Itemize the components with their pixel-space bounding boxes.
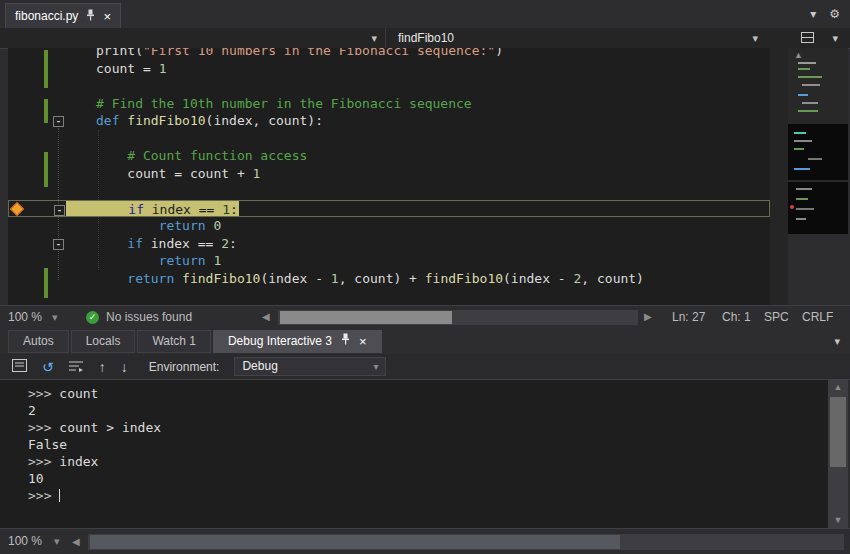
title-bar: fibonacci.py × ▾ ⚙ [0,0,850,28]
history-next-icon[interactable]: ↓ [121,359,128,375]
code-line: return findFibo10(index - 1, count) + fi… [8,270,770,288]
fold-collapse-icon[interactable]: - [53,239,64,250]
minimap-line [802,102,818,104]
environment-dropdown-value: Debug [242,358,277,375]
issues-status[interactable]: No issues found [106,306,192,328]
minimap[interactable]: ▲ [788,48,848,305]
horizontal-scrollbar-thumb[interactable] [280,311,452,324]
navigation-bar-icons: ▾ [801,28,838,48]
console-line: >>> count [28,385,828,402]
chevron-down-icon[interactable]: ▾ [752,28,758,48]
console-line: >>> index [28,453,828,470]
tool-window-tab-bar: Autos Locals Watch 1 Debug Interactive 3… [0,330,850,354]
console-line: >>> count > index [28,419,828,436]
minimap-line [798,62,816,64]
minimap-line [798,94,808,96]
line-wrap-icon[interactable] [69,359,84,375]
fold-collapse-icon[interactable]: - [53,116,64,127]
code-line: -def findFibo10(index, count): [8,112,770,130]
split-window-icon[interactable] [801,32,814,45]
column-indicator: Ch: 1 [722,306,751,328]
minimap-below [788,234,848,305]
scroll-right-icon[interactable]: ▶ [644,306,652,328]
tab-debug-interactive-3[interactable]: Debug Interactive 3 × [213,330,382,353]
gear-icon[interactable]: ⚙ [829,7,840,21]
close-icon[interactable]: × [359,335,367,348]
chevron-down-icon[interactable]: ▾ [834,330,840,354]
code-line: count = 1 [8,60,770,78]
no-issues-icon: ✓ [86,311,99,324]
console-line: False [28,436,828,453]
code-line: return 1 [8,252,770,270]
zoom-control[interactable]: 100 % [8,306,42,328]
console-status-bar: 100 % ▾ ◀ [0,528,850,554]
code-lines: print("First 10 numbers in the Fibonacci… [8,48,770,287]
vs-window: { "doc_tab": { "title": "fibonacci.py" }… [0,0,850,554]
environment-dropdown[interactable]: Debug ▾ [234,357,386,376]
member-dropdown[interactable]: findFibo10 ▾ [388,28,766,48]
line-indicator: Ln: 27 [672,306,705,328]
tab-locals[interactable]: Locals [71,330,136,353]
text-cursor [59,489,60,502]
close-icon[interactable]: × [103,10,111,23]
whitespace-indicator: SPC [764,306,789,328]
zoom-dropdown-icon[interactable]: ▾ [52,306,58,328]
scroll-left-icon[interactable]: ◀ [72,529,80,554]
environment-label: Environment: [149,360,220,374]
fold-collapse-icon[interactable]: - [54,205,65,216]
console-horizontal-scrollbar-thumb[interactable] [90,535,620,549]
breakpoint-marker-icon[interactable] [10,201,24,215]
title-bar-icons: ▾ ⚙ [810,7,840,21]
chevron-down-icon[interactable]: ▾ [810,7,816,21]
minimap-block [788,124,848,180]
code-line: # Count function access [8,147,770,165]
console-scrollbar-thumb[interactable] [830,397,846,467]
console-line: 10 [28,470,828,487]
document-tab-fibonacci[interactable]: fibonacci.py × [5,3,121,28]
document-tab-label: fibonacci.py [15,9,78,23]
chevron-down-icon[interactable]: ▾ [832,32,838,45]
minimap-block [788,182,848,234]
pin-icon[interactable] [340,331,351,352]
console-line: 2 [28,402,828,419]
clear-screen-icon[interactable] [12,359,27,375]
console-lines: >>> count2>>> count > indexFalse>>> inde… [28,385,828,504]
code-line [8,77,770,95]
reset-repl-icon[interactable]: ↺ [42,359,54,375]
console-zoom-control[interactable]: 100 % [8,529,42,554]
tab-watch-1[interactable]: Watch 1 [137,330,211,353]
console-horizontal-scrollbar[interactable] [88,534,844,550]
navigation-bar: ▾ findFibo10 ▾ ▾ [0,28,850,49]
editor-scrollbar-gutter [770,48,788,305]
scroll-left-icon[interactable]: ◀ [262,306,270,328]
code-line [8,130,770,148]
minimap-line [798,76,822,78]
editor-status-bar: 100 % ▾ ✓ No issues found ◀ ▶ Ln: 27 Ch:… [0,305,850,328]
code-line: - if index == 2: [8,235,770,253]
console-line: >>> [28,487,828,504]
scroll-down-icon[interactable]: ▼ [828,513,848,528]
code-line: - if index == 1: [8,200,770,218]
code-editor[interactable]: print("First 10 numbers in the Fibonacci… [8,48,770,305]
tab-autos[interactable]: Autos [8,330,69,353]
pin-icon[interactable] [85,9,96,24]
zoom-dropdown-icon[interactable]: ▾ [54,529,60,554]
chevron-down-icon: ▾ [373,358,378,375]
interactive-console[interactable]: >>> count2>>> count > indexFalse>>> inde… [0,380,828,528]
minimap-breakpoint-dot [790,205,794,209]
scroll-up-icon[interactable]: ▲ [794,50,803,60]
minimap-line [798,110,818,112]
minimap-line [802,84,820,86]
code-line: print("First 10 numbers in the Fibonacci… [8,48,770,60]
code-line: # Find the 10th number in the Fibonacci … [8,95,770,113]
member-dropdown-value: findFibo10 [398,31,454,45]
history-previous-icon[interactable]: ↑ [99,359,106,375]
code-line [8,182,770,200]
scroll-up-icon[interactable]: ▲ [828,380,848,395]
tab-label: Debug Interactive 3 [228,331,332,352]
chevron-down-icon[interactable]: ▾ [371,28,377,48]
type-dropdown[interactable]: ▾ [8,28,386,48]
minimap-line [798,68,810,70]
console-vertical-scrollbar[interactable]: ▲ ▼ [828,380,848,528]
horizontal-scrollbar[interactable] [278,310,638,325]
